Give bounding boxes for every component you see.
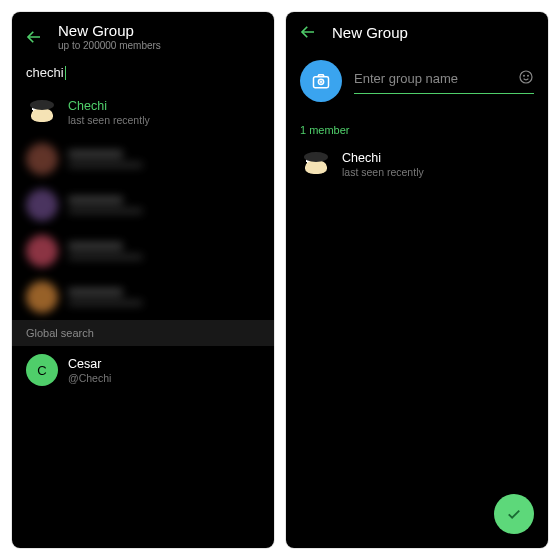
members-count-label: 1 member — [286, 110, 548, 140]
svg-point-3 — [524, 75, 525, 76]
list-item — [26, 228, 260, 274]
group-name-row: Enter group name — [286, 50, 548, 110]
add-photo-button[interactable] — [300, 60, 342, 102]
screen-name-group: New Group Enter group name 1 m — [286, 12, 548, 548]
group-name-input[interactable]: Enter group name — [354, 69, 534, 94]
contact-name: Cesar — [68, 357, 111, 371]
avatar — [300, 148, 332, 180]
avatar: C — [26, 354, 58, 386]
list-item — [26, 274, 260, 320]
contact-info: Chechi last seen recently — [68, 99, 150, 126]
avatar — [26, 281, 58, 313]
avatar — [26, 235, 58, 267]
screen-select-members: New Group up to 200000 members chechi Ch… — [12, 12, 274, 548]
other-contacts-blurred — [12, 136, 274, 320]
page-title: New Group — [58, 22, 161, 39]
header-text: New Group up to 200000 members — [58, 22, 161, 51]
contact-info: Cesar @Chechi — [68, 357, 111, 384]
global-search-header: Global search — [12, 320, 274, 346]
text-cursor — [65, 66, 66, 80]
contact-name: Chechi — [342, 151, 424, 165]
page-subtitle: up to 200000 members — [58, 40, 161, 51]
contact-name: Chechi — [68, 99, 150, 113]
contact-row-cesar[interactable]: C Cesar @Chechi — [12, 346, 274, 394]
search-input[interactable]: chechi — [12, 59, 274, 88]
svg-point-4 — [528, 75, 529, 76]
avatar — [26, 143, 58, 175]
contact-status: last seen recently — [342, 166, 424, 178]
back-icon[interactable] — [24, 27, 44, 47]
contact-handle: @Chechi — [68, 372, 111, 384]
member-row-chechi[interactable]: Chechi last seen recently — [286, 140, 548, 188]
avatar — [26, 96, 58, 128]
search-query-text: chechi — [26, 65, 64, 80]
svg-point-2 — [520, 71, 532, 83]
avatar — [26, 189, 58, 221]
header: New Group — [286, 12, 548, 50]
header: New Group up to 200000 members — [12, 12, 274, 59]
header-text: New Group — [332, 24, 408, 41]
page-title: New Group — [332, 24, 408, 41]
emoji-icon[interactable] — [518, 69, 534, 89]
list-item — [26, 136, 260, 182]
contact-status: last seen recently — [68, 114, 150, 126]
back-icon[interactable] — [298, 22, 318, 42]
placeholder-text: Enter group name — [354, 71, 518, 86]
confirm-button[interactable] — [494, 494, 534, 534]
contact-info: Chechi last seen recently — [342, 151, 424, 178]
contact-row-chechi[interactable]: Chechi last seen recently — [12, 88, 274, 136]
list-item — [26, 182, 260, 228]
